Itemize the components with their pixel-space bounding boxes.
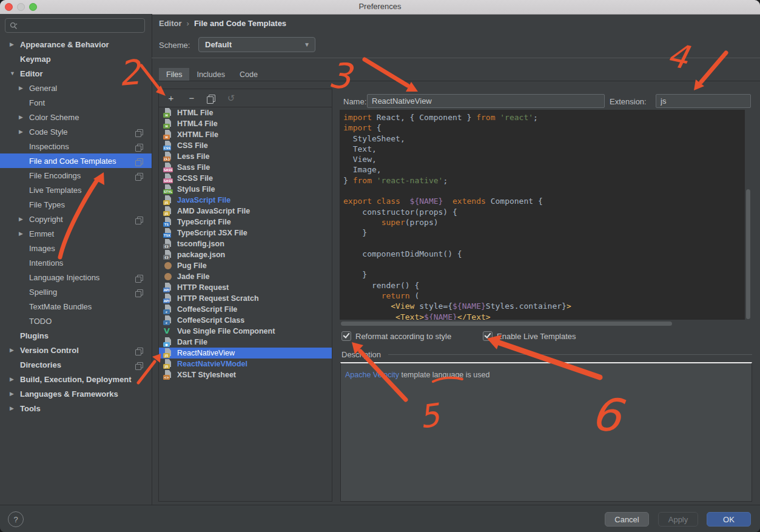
template-item-dart-file[interactable]: ●Dart File — [159, 337, 332, 348]
chevron-right-icon[interactable]: ▶ — [10, 347, 20, 353]
template-item-html4-file[interactable]: HHTML4 File — [159, 118, 332, 129]
sidebar-item-todo[interactable]: TODO — [0, 314, 152, 328]
template-item-sass-file[interactable]: SASSSass File — [159, 162, 332, 173]
sidebar-item-tools[interactable]: ▶Tools — [0, 401, 152, 416]
template-code-editor[interactable]: import React, { Component } from 'react'… — [340, 110, 745, 320]
sidebar-item-images[interactable]: Images — [0, 241, 152, 255]
sidebar-item-build-execution-deployment[interactable]: ▶Build, Execution, Deployment — [0, 372, 152, 386]
chevron-down-icon[interactable]: ▼ — [10, 70, 20, 76]
template-item-http-request-scratch[interactable]: APIHTTP Request Scratch — [159, 293, 332, 304]
sidebar-item-emmet[interactable]: ▶Emmet — [0, 226, 152, 241]
template-item-pug-file[interactable]: Pug File — [159, 260, 332, 271]
template-item-scss-file[interactable]: SASSSCSS File — [159, 173, 332, 184]
reset-settings-icon[interactable] — [137, 158, 143, 164]
chevron-right-icon[interactable]: ▶ — [10, 376, 20, 382]
template-item-stylus-file[interactable]: STYLStylus File — [159, 184, 332, 195]
breadcrumb-section[interactable]: Editor — [159, 19, 182, 28]
package-json-file-icon: {} — [163, 250, 173, 260]
sidebar-item-plugins[interactable]: Plugins — [0, 328, 152, 343]
sidebar-item-file-types[interactable]: File Types — [0, 197, 152, 212]
template-item-html-file[interactable]: HHTML File — [159, 107, 332, 118]
sidebar-item-directories[interactable]: Directories — [0, 357, 152, 372]
template-item-tsconfig-json[interactable]: {}tsconfig.json — [159, 238, 332, 249]
add-template-icon[interactable]: + — [166, 93, 176, 103]
reset-settings-icon[interactable] — [137, 217, 143, 223]
cancel-button[interactable]: Cancel — [605, 512, 649, 527]
search-icon — [10, 22, 18, 30]
sidebar-item-copyright[interactable]: ▶Copyright — [0, 212, 152, 226]
template-item-amd-javascript-file[interactable]: JSAMD JavaScript File — [159, 206, 332, 217]
editor-horizontal-scrollbar[interactable] — [341, 322, 672, 326]
sidebar-item-inspections[interactable]: Inspections — [0, 139, 152, 153]
tab-includes[interactable]: Includes — [189, 68, 232, 81]
settings-search-box[interactable] — [5, 18, 145, 33]
chevron-right-icon[interactable]: ▶ — [19, 129, 29, 135]
help-button[interactable]: ? — [8, 511, 24, 527]
template-item-typescript-jsx-file[interactable]: TSXTypeScript JSX File — [159, 227, 332, 238]
sidebar-item-keymap[interactable]: Keymap — [0, 52, 152, 66]
sidebar-item-textmate-bundles[interactable]: TextMate Bundles — [0, 299, 152, 314]
sidebar-item-file-encodings[interactable]: File Encodings — [0, 168, 152, 183]
reset-settings-icon[interactable] — [137, 144, 143, 150]
apache-velocity-link[interactable]: Apache Velocity — [345, 371, 399, 379]
remove-template-icon[interactable]: − — [187, 93, 197, 103]
editor-vertical-scrollbar[interactable] — [746, 189, 750, 319]
copy-template-icon[interactable] — [209, 95, 215, 102]
template-item-package-json[interactable]: {}package.json — [159, 249, 332, 260]
sidebar-item-appearance-behavior[interactable]: ▶Appearance & Behavior — [0, 37, 152, 52]
sidebar-item-intentions[interactable]: Intentions — [0, 255, 152, 270]
chevron-right-icon[interactable]: ▶ — [10, 41, 20, 47]
reformat-checkbox[interactable] — [341, 331, 351, 341]
code-line: componentDidMount() { — [343, 249, 745, 259]
template-item-jade-file[interactable]: Jade File — [159, 271, 332, 282]
template-item-label: HTTP Request — [177, 283, 229, 292]
template-item-coffeescript-class[interactable]: cCoffeeScript Class — [159, 315, 332, 326]
sidebar-item-language-injections[interactable]: Language Injections — [0, 270, 152, 285]
chevron-right-icon[interactable]: ▶ — [19, 85, 29, 91]
reset-settings-icon[interactable] — [137, 129, 143, 135]
reset-settings-icon[interactable] — [137, 362, 143, 368]
reset-settings-icon[interactable] — [137, 289, 143, 295]
sidebar-item-color-scheme[interactable]: ▶Color Scheme — [0, 110, 152, 124]
sidebar-item-version-control[interactable]: ▶Version Control — [0, 343, 152, 357]
sidebar-item-file-and-code-templates[interactable]: File and Code Templates — [0, 153, 152, 168]
reset-settings-icon[interactable] — [137, 173, 143, 179]
sidebar-item-code-style[interactable]: ▶Code Style — [0, 124, 152, 139]
sidebar-item-spelling[interactable]: Spelling — [0, 285, 152, 299]
template-item-less-file[interactable]: {L}Less File — [159, 151, 332, 162]
template-name-input[interactable] — [367, 94, 605, 108]
reset-settings-icon[interactable] — [137, 348, 143, 354]
template-item-javascript-file[interactable]: JSJavaScript File — [159, 195, 332, 206]
sidebar-item-label: Version Control — [20, 346, 79, 355]
scheme-dropdown[interactable]: Default ▼ — [198, 37, 315, 52]
chevron-right-icon[interactable]: ▶ — [10, 391, 20, 397]
sidebar-item-live-templates[interactable]: Live Templates — [0, 183, 152, 197]
search-input[interactable] — [18, 21, 123, 31]
template-item-http-request[interactable]: APIHTTP Request — [159, 282, 332, 293]
chevron-right-icon[interactable]: ▶ — [19, 231, 29, 237]
chevron-right-icon[interactable]: ▶ — [19, 114, 29, 120]
template-item-reactnatvievmodel[interactable]: JSReactNatvieVModel — [159, 359, 332, 369]
reset-settings-icon[interactable] — [137, 275, 143, 281]
template-item-coffeescript-file[interactable]: cCoffeeScript File — [159, 304, 332, 315]
template-item-xslt-stylesheet[interactable]: <>XSLT Stylesheet — [159, 369, 332, 380]
live-templates-checkbox[interactable] — [483, 331, 493, 341]
sidebar-item-languages-frameworks[interactable]: ▶Languages & Frameworks — [0, 386, 152, 401]
template-item-reactnativeview[interactable]: JSReactNativeView — [159, 348, 332, 359]
sidebar-item-general[interactable]: ▶General — [0, 81, 152, 95]
chevron-right-icon[interactable]: ▶ — [19, 216, 29, 222]
template-item-xhtml-file[interactable]: HXHTML File — [159, 129, 332, 140]
template-item-typescript-file[interactable]: TSTypeScript File — [159, 217, 332, 227]
template-item-vue-single-file-component[interactable]: VVue Single File Component — [159, 326, 332, 337]
preferences-window: Preferences ▶Appearance & BehaviorKeymap… — [0, 0, 760, 532]
ok-button[interactable]: OK — [707, 512, 751, 527]
sidebar-item-font[interactable]: Font — [0, 95, 152, 110]
sidebar-item-editor[interactable]: ▼Editor — [0, 66, 152, 81]
tab-files[interactable]: Files — [159, 68, 189, 81]
template-item-css-file[interactable]: CSSCSS File — [159, 140, 332, 151]
chevron-right-icon[interactable]: ▶ — [10, 405, 20, 411]
template-extension-input[interactable] — [656, 94, 751, 108]
apply-button[interactable]: Apply — [658, 512, 698, 527]
tab-code[interactable]: Code — [232, 68, 265, 81]
revert-template-icon[interactable]: ↺ — [226, 93, 236, 104]
